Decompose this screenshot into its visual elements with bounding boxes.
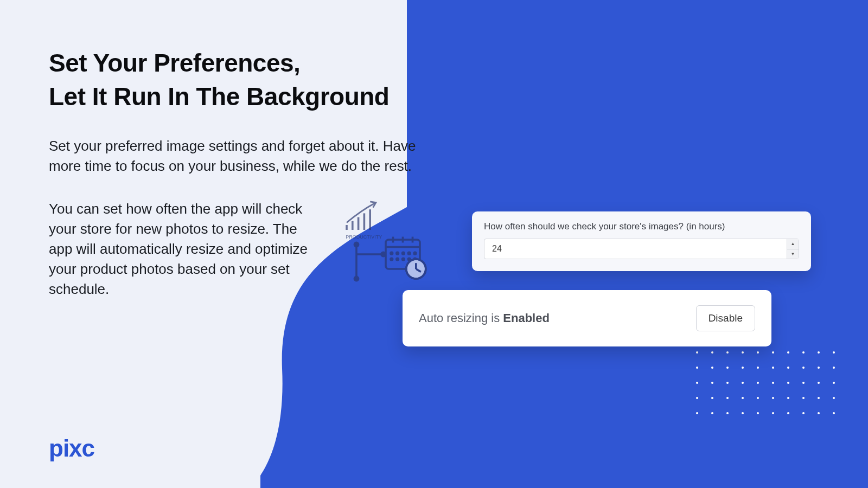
logo: pixc — [49, 435, 94, 462]
svg-point-15 — [414, 252, 416, 254]
decorative-dots — [696, 351, 838, 418]
svg-point-29 — [381, 252, 385, 256]
svg-point-28 — [354, 277, 358, 280]
frequency-input[interactable] — [484, 239, 787, 259]
svg-point-14 — [408, 252, 410, 254]
page-heading: Set Your Preferences, Let It Run In The … — [49, 46, 429, 113]
svg-point-27 — [354, 242, 358, 246]
heading-line2: Let It Run In The Background — [49, 82, 389, 111]
svg-point-13 — [403, 252, 405, 254]
spinner-down-button[interactable]: ▼ — [787, 249, 799, 259]
paragraph-1: Set your preferred image settings and fo… — [49, 136, 423, 176]
auto-resize-state: Enabled — [503, 311, 550, 325]
svg-text:PRODUCTIVITY: PRODUCTIVITY — [346, 234, 382, 240]
svg-point-12 — [397, 252, 399, 254]
check-frequency-card: How often should we check your store's i… — [472, 211, 811, 271]
svg-point-18 — [403, 258, 405, 260]
svg-point-19 — [408, 258, 410, 260]
heading-line1: Set Your Preferences, — [49, 49, 300, 77]
svg-point-17 — [397, 258, 399, 260]
svg-point-11 — [391, 252, 393, 254]
svg-point-16 — [391, 258, 393, 260]
frequency-input-wrap: ▲ ▼ — [484, 239, 799, 259]
auto-resize-status: Auto resizing is Enabled — [419, 311, 550, 325]
paragraph-2: You can set how often the app will check… — [49, 199, 315, 299]
productivity-illustration: PRODUCTIVITY — [342, 201, 439, 298]
disable-button[interactable]: Disable — [696, 305, 755, 331]
auto-resize-prefix: Auto resizing is — [419, 311, 503, 325]
spinner-controls: ▲ ▼ — [787, 239, 799, 259]
check-frequency-label: How often should we check your store's i… — [484, 221, 799, 232]
spinner-up-button[interactable]: ▲ — [787, 239, 799, 249]
auto-resize-card: Auto resizing is Enabled Disable — [403, 290, 771, 346]
